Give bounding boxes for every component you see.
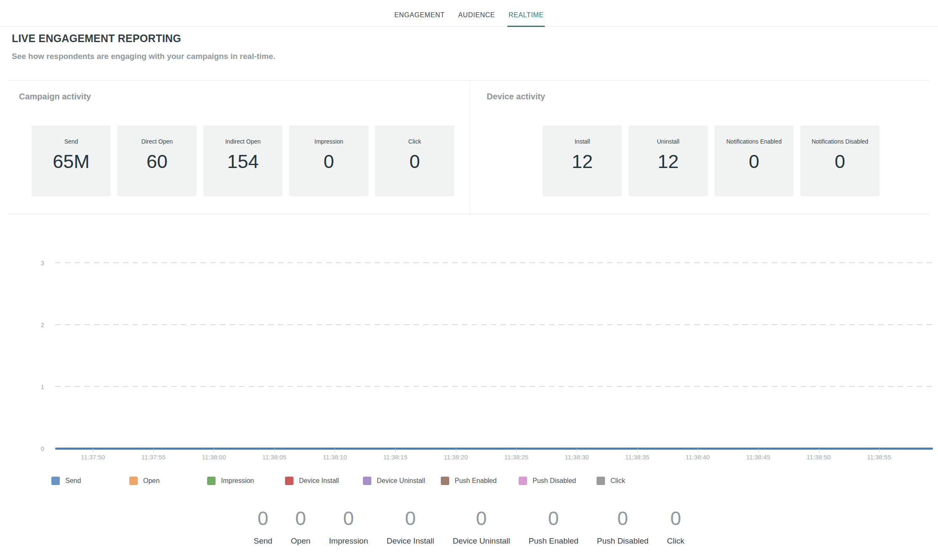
tab[interactable]: AUDIENCE (457, 0, 496, 27)
x-axis: 11:37:50 11:37:55 11:38:00 11:38:05 11:3… (63, 450, 909, 461)
stat-value: 12 (543, 151, 622, 173)
live-counters-row: 0 Send 0 Open 0 Impression 0 Device Inst… (0, 507, 938, 546)
stat-value: 0 (289, 151, 368, 173)
y-axis-label: 2 (0, 321, 44, 328)
device-activity-section: Device activity Install 12 Uninstall 12 … (470, 81, 930, 214)
legend-label: Device Install (299, 477, 339, 485)
legend-swatch-icon (51, 477, 60, 485)
counter-label: Impression (329, 536, 368, 546)
page-subtitle: See how respondents are engaging with yo… (12, 52, 926, 61)
stat-card: Notifications Disabled 0 (800, 125, 879, 196)
tab[interactable]: REALTIME (507, 0, 545, 27)
stat-label: Install (543, 125, 622, 145)
counter-label: Push Disabled (597, 536, 649, 546)
legend-swatch-icon (129, 477, 138, 485)
x-tick-label: 11:38:55 (849, 450, 909, 461)
y-axis-label: 0 (0, 445, 44, 452)
legend-label: Click (610, 477, 625, 485)
x-tick-label: 11:37:50 (63, 450, 123, 461)
device-stat-cards: Install 12 Uninstall 12 Notifications En… (543, 125, 930, 196)
x-tick-label: 11:38:20 (426, 450, 486, 461)
stat-card: Impression 0 (289, 125, 368, 196)
stat-label: Indirect Open (203, 125, 282, 145)
legend-label: Open (143, 477, 160, 485)
counter-value: 0 (253, 507, 272, 530)
stat-value: 0 (375, 151, 454, 173)
y-axis-label: 3 (0, 259, 44, 267)
legend-swatch-icon (285, 477, 293, 485)
legend-item[interactable]: Open (129, 477, 207, 485)
gridline (55, 262, 932, 263)
stat-label: Notifications Disabled (800, 125, 879, 145)
report-tabs: ENGAGEMENT AUDIENCE REALTIME (0, 0, 938, 27)
counter-item: 0 Impression (329, 507, 368, 546)
stat-card: Notifications Enabled 0 (714, 125, 794, 196)
stat-value: 60 (117, 151, 197, 173)
stat-card: Indirect Open 154 (203, 125, 282, 196)
counter-label: Click (667, 536, 684, 546)
stat-label: Click (375, 125, 454, 145)
legend-label: Push Enabled (455, 477, 497, 485)
chart-legend: Send Open Impression Device Install Devi… (51, 477, 938, 485)
counter-item: 0 Push Disabled (597, 507, 649, 546)
legend-item[interactable]: Push Disabled (519, 477, 597, 485)
legend-swatch-icon (519, 477, 527, 485)
stat-value: 12 (629, 151, 708, 173)
stat-label: Direct Open (117, 125, 197, 145)
stat-value: 0 (714, 151, 794, 173)
legend-label: Impression (221, 477, 254, 485)
counter-value: 0 (329, 507, 368, 530)
x-tick-label: 11:38:10 (305, 450, 365, 461)
counter-value: 0 (597, 507, 649, 530)
stat-value: 0 (800, 151, 879, 173)
counter-item: 0 Device Uninstall (453, 507, 510, 546)
x-tick-label: 11:38:40 (667, 450, 728, 461)
activity-sections: Campaign activity Send 65M Direct Open 6… (8, 80, 930, 214)
counter-label: Push Enabled (528, 536, 578, 546)
x-tick-label: 11:38:30 (546, 450, 607, 461)
x-tick-label: 11:38:15 (365, 450, 426, 461)
tab[interactable]: ENGAGEMENT (393, 0, 446, 27)
series-baseline (55, 448, 933, 450)
legend-swatch-icon (207, 477, 216, 485)
stat-value: 65M (32, 151, 111, 173)
legend-label: Push Disabled (533, 477, 576, 485)
stat-card: Install 12 (543, 125, 622, 196)
legend-label: Device Uninstall (377, 477, 425, 485)
campaign-stat-cards: Send 65M Direct Open 60 Indirect Open 15… (32, 125, 470, 196)
page-title: LIVE ENGAGEMENT REPORTING (12, 32, 926, 45)
counter-item: 0 Open (291, 507, 310, 546)
counter-label: Open (291, 536, 310, 546)
legend-item[interactable]: Device Uninstall (363, 477, 441, 485)
y-axis-label: 1 (0, 383, 44, 390)
counter-label: Device Install (386, 536, 434, 546)
x-tick-label: 11:38:05 (244, 450, 305, 461)
legend-item[interactable]: Send (51, 477, 129, 485)
counter-value: 0 (453, 507, 510, 530)
stat-label: Uninstall (629, 125, 708, 145)
page-header: LIVE ENGAGEMENT REPORTING See how respon… (0, 27, 938, 61)
legend-item[interactable]: Device Install (285, 477, 363, 485)
counter-label: Device Uninstall (453, 536, 510, 546)
realtime-chart: 3 2 1 0 11:37:50 11:37:55 11:38:00 11:38… (0, 214, 938, 456)
counter-item: 0 Device Install (386, 507, 434, 546)
legend-swatch-icon (441, 477, 449, 485)
counter-item: 0 Push Enabled (528, 507, 578, 546)
x-tick-label: 11:38:45 (728, 450, 789, 461)
stat-label: Send (32, 125, 111, 145)
stat-value: 154 (203, 151, 282, 173)
legend-label: Send (65, 477, 81, 485)
counter-item: 0 Send (253, 507, 272, 546)
counter-item: 0 Click (667, 507, 684, 546)
x-tick-label: 11:37:55 (123, 450, 184, 461)
stat-card: Send 65M (32, 125, 111, 196)
legend-swatch-icon (597, 477, 605, 485)
campaign-activity-heading: Campaign activity (8, 81, 470, 101)
gridline (55, 386, 932, 387)
legend-item[interactable]: Impression (207, 477, 285, 485)
counter-value: 0 (667, 507, 684, 530)
counter-label: Send (253, 536, 272, 546)
stat-card: Uninstall 12 (629, 125, 708, 196)
legend-item[interactable]: Push Enabled (441, 477, 519, 485)
legend-item[interactable]: Click (597, 477, 674, 485)
